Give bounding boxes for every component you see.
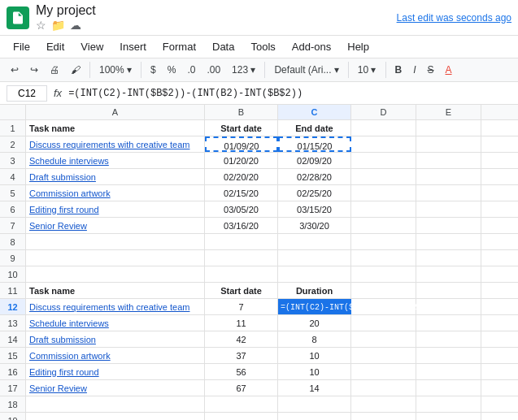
cell-D3[interactable] xyxy=(351,153,416,168)
cell-A2[interactable]: Discuss requirements with creative team xyxy=(26,136,205,152)
cell-C17[interactable]: 14 xyxy=(278,380,351,396)
decimal0-button[interactable]: .0 xyxy=(183,62,199,78)
font-size-button[interactable]: 10 ▾ xyxy=(354,62,381,78)
cell-A15[interactable]: Commission artwork xyxy=(26,348,205,363)
cell-B18[interactable] xyxy=(205,396,278,412)
col-header-B[interactable]: B xyxy=(205,105,278,119)
cell-D7[interactable] xyxy=(351,218,416,233)
cell-A12[interactable]: Discuss requirements with creative team xyxy=(26,299,205,314)
cell-B7[interactable]: 03/16/20 xyxy=(205,218,278,233)
cell-D8[interactable] xyxy=(351,234,416,249)
doc-title[interactable]: My project xyxy=(36,3,96,18)
cell-B5[interactable]: 02/15/20 xyxy=(205,185,278,201)
cell-A17[interactable]: Senior Review xyxy=(26,380,205,396)
cell-C16[interactable]: 10 xyxy=(278,364,351,379)
cell-C19[interactable] xyxy=(278,413,351,420)
cell-D2[interactable] xyxy=(351,136,416,152)
col-header-D[interactable]: D xyxy=(351,105,416,119)
menu-view[interactable]: View xyxy=(74,37,110,56)
cell-A1[interactable]: Task name xyxy=(26,120,205,136)
font-color-button[interactable]: A xyxy=(442,62,456,78)
cell-E5[interactable] xyxy=(416,185,481,201)
cell-E8[interactable] xyxy=(416,234,481,249)
cell-A18[interactable] xyxy=(26,396,205,412)
cell-B2[interactable]: 01/09/20 xyxy=(205,136,278,152)
cell-E16[interactable] xyxy=(416,364,481,379)
print-button[interactable]: 🖨 xyxy=(46,62,63,78)
cell-E18[interactable] xyxy=(416,396,481,412)
cell-A6[interactable]: Editing first round xyxy=(26,201,205,217)
cell-B11[interactable]: Start date xyxy=(205,283,278,298)
cell-B8[interactable] xyxy=(205,234,278,249)
cell-C2[interactable]: 01/15/20 xyxy=(278,136,351,152)
cell-E4[interactable] xyxy=(416,169,481,184)
cell-C14[interactable]: 8 xyxy=(278,331,351,347)
cell-B14[interactable]: 42 xyxy=(205,331,278,347)
percent-button[interactable]: % xyxy=(163,62,181,78)
italic-button[interactable]: I xyxy=(409,62,420,78)
cell-D16[interactable] xyxy=(351,364,416,379)
cell-A13[interactable]: Schedule interviews xyxy=(26,315,205,331)
star-icon[interactable]: ☆ xyxy=(36,19,46,32)
menu-format[interactable]: Format xyxy=(156,37,202,56)
cell-E9[interactable] xyxy=(416,250,481,266)
cell-E1[interactable] xyxy=(416,120,481,136)
cell-C4[interactable]: 02/28/20 xyxy=(278,169,351,184)
cell-E6[interactable] xyxy=(416,201,481,217)
cell-C15[interactable]: 10 xyxy=(278,348,351,363)
cell-A4[interactable]: Draft submission xyxy=(26,169,205,184)
cell-B15[interactable]: 37 xyxy=(205,348,278,363)
cell-D18[interactable] xyxy=(351,396,416,412)
cell-C6[interactable]: 03/15/20 xyxy=(278,201,351,217)
cell-E19[interactable] xyxy=(416,413,481,420)
cell-E15[interactable] xyxy=(416,348,481,363)
cell-C12[interactable]: =(INT(C2)-INT($B$2))-(INT(B2)-INT($B$2)) xyxy=(278,299,351,314)
cell-D15[interactable] xyxy=(351,348,416,363)
cell-C18[interactable] xyxy=(278,396,351,412)
cell-D4[interactable] xyxy=(351,169,416,184)
cell-E11[interactable] xyxy=(416,283,481,298)
cell-A7[interactable]: Senior Review xyxy=(26,218,205,233)
cell-E7[interactable] xyxy=(416,218,481,233)
col-header-C[interactable]: C xyxy=(278,105,351,119)
folder-icon[interactable]: 📁 xyxy=(51,19,65,32)
cell-C8[interactable] xyxy=(278,234,351,249)
col-header-A[interactable]: A xyxy=(26,105,205,119)
strikethrough-button[interactable]: S xyxy=(424,62,438,78)
cell-C13[interactable]: 20 xyxy=(278,315,351,331)
cell-A19[interactable] xyxy=(26,413,205,420)
cell-B12[interactable]: 7 xyxy=(205,299,278,314)
cell-B1[interactable]: Start date xyxy=(205,120,278,136)
cell-E3[interactable] xyxy=(416,153,481,168)
cell-A8[interactable] xyxy=(26,234,205,249)
cell-E13[interactable] xyxy=(416,315,481,331)
cell-B3[interactable]: 01/20/20 xyxy=(205,153,278,168)
cell-D10[interactable] xyxy=(351,266,416,282)
bold-button[interactable]: B xyxy=(391,62,407,78)
cell-B10[interactable] xyxy=(205,266,278,282)
menu-help[interactable]: Help xyxy=(341,37,376,56)
cell-A5[interactable]: Commission artwork xyxy=(26,185,205,201)
decimal2-button[interactable]: .00 xyxy=(202,62,224,78)
cell-D6[interactable] xyxy=(351,201,416,217)
paint-format-button[interactable]: 🖌 xyxy=(67,62,85,78)
cell-D14[interactable] xyxy=(351,331,416,347)
menu-tools[interactable]: Tools xyxy=(244,37,281,56)
cell-B13[interactable]: 11 xyxy=(205,315,278,331)
cell-B4[interactable]: 02/20/20 xyxy=(205,169,278,184)
menu-insert[interactable]: Insert xyxy=(113,37,153,56)
cell-C5[interactable]: 02/25/20 xyxy=(278,185,351,201)
cell-D19[interactable] xyxy=(351,413,416,420)
col-header-E[interactable]: E xyxy=(416,105,481,119)
cloud-icon[interactable]: ☁ xyxy=(70,19,81,32)
cell-C1[interactable]: End date xyxy=(278,120,351,136)
font-select[interactable]: Default (Ari... ▾ xyxy=(270,62,342,78)
formula-content[interactable]: =(INT(C2)-INT($B$2))-(INT(B2)-INT($B$2)) xyxy=(68,88,511,99)
cell-D1[interactable] xyxy=(351,120,416,136)
format123-button[interactable]: 123 ▾ xyxy=(228,62,259,78)
menu-data[interactable]: Data xyxy=(206,37,241,56)
cell-A11[interactable]: Task name xyxy=(26,283,205,298)
cell-C10[interactable] xyxy=(278,266,351,282)
cell-A10[interactable] xyxy=(26,266,205,282)
cell-B17[interactable]: 67 xyxy=(205,380,278,396)
